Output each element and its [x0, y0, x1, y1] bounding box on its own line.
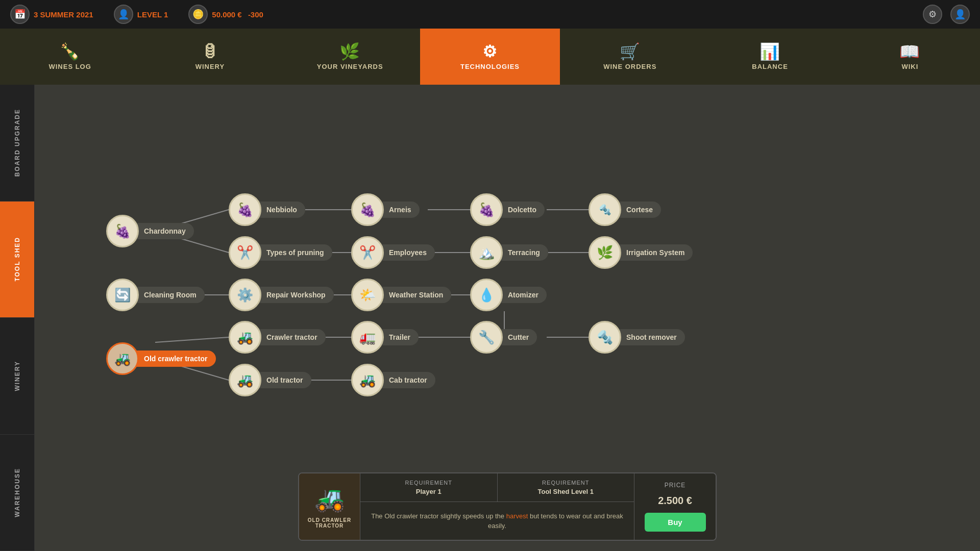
- node-terracing[interactable]: 🏔️ Terracing: [470, 236, 548, 269]
- desc-highlight: harvest: [506, 512, 528, 520]
- req1-title: Requirement: [371, 480, 487, 486]
- cleaning-room-icon: 🔄: [106, 279, 139, 311]
- node-trailer[interactable]: 🚛 Trailer: [351, 321, 419, 354]
- info-panel-image: 🚜 OLD CRAWLER TRACTOR: [299, 473, 360, 540]
- wine-orders-label: WINE ORDERS: [603, 63, 656, 70]
- tab-balance[interactable]: 📊 BALANCE: [700, 29, 840, 85]
- sidebar-item-warehouse[interactable]: WAREHOUSE: [0, 435, 34, 552]
- node-shoot-remover[interactable]: 🔩 Shoot remover: [589, 321, 685, 354]
- level-label: LEVEL 1: [137, 10, 168, 19]
- chardonnay-label: Chardonnay: [134, 223, 194, 239]
- node-arneis[interactable]: 🍇 Arneis: [351, 193, 420, 226]
- tab-winery[interactable]: 🛢 WINERY: [140, 29, 280, 85]
- sidebar-item-winery[interactable]: WINERY: [0, 318, 34, 435]
- calendar-icon: 📅: [10, 5, 30, 24]
- node-atomizer[interactable]: 💧 Atomizer: [470, 279, 547, 311]
- cleaning-room-label: Cleaning Room: [134, 287, 205, 303]
- node-cab-tractor[interactable]: 🚜 Cab tractor: [351, 364, 435, 396]
- terracing-icon: 🏔️: [470, 236, 503, 269]
- arneis-icon: 🍇: [351, 193, 384, 226]
- tab-vineyards[interactable]: 🌿 YOUR VINEYARDS: [280, 29, 420, 85]
- info-panel-description: The Old crawler tractor slightly speeds …: [360, 502, 634, 540]
- node-old-crawler-tractor[interactable]: 🚜 Old crawler tractor: [106, 342, 216, 375]
- terracing-label: Terracing: [498, 244, 548, 261]
- wines-log-icon: 🍾: [60, 43, 81, 60]
- pruning-icon: ✂️: [229, 236, 261, 269]
- cutter-label: Cutter: [498, 329, 537, 345]
- balance-info: 🪙 50.000 € -300: [188, 5, 263, 24]
- sidebar-item-tool-shed[interactable]: TOOL SHED: [0, 202, 34, 318]
- old-tractor-icon: 🚜: [229, 364, 261, 396]
- node-cortese[interactable]: 🔩 Cortese: [589, 193, 661, 226]
- board-upgrade-label: BOARD UPGRADE: [14, 109, 21, 177]
- info-panel-price: Price 2.500 € Buy: [634, 473, 716, 540]
- req1-value: Player 1: [371, 488, 487, 495]
- wiki-icon: 📖: [899, 43, 920, 60]
- profile-menu-icon[interactable]: 👤: [950, 5, 970, 24]
- info-panel-middle: Requirement Player 1 Requirement Tool Sh…: [360, 473, 634, 540]
- weather-station-label: Weather Station: [379, 287, 451, 303]
- node-chardonnay[interactable]: 🍇 Chardonnay: [106, 215, 194, 247]
- tab-wines-log[interactable]: 🍾 WINES LOG: [0, 29, 140, 85]
- wines-log-label: WINES LOG: [48, 63, 91, 70]
- info-panel-requirements: Requirement Player 1 Requirement Tool Sh…: [360, 473, 634, 502]
- trailer-icon: 🚛: [351, 321, 384, 354]
- node-irrigation[interactable]: 🌿 Irrigation System: [589, 236, 693, 269]
- cutter-icon: 🔧: [470, 321, 503, 354]
- tab-technologies[interactable]: ⚙ TECHNOLOGIES: [420, 29, 560, 85]
- cab-tractor-label: Cab tractor: [379, 372, 435, 388]
- chardonnay-icon: 🍇: [106, 215, 139, 247]
- tech-tree-area: 🍇 Chardonnay 🍇 Nebbiolo 🍇 Arneis 🍇 Dolce…: [35, 85, 980, 551]
- season-info: 📅 3 SUMMER 2021: [10, 5, 93, 24]
- tab-wine-orders[interactable]: 🛒 WINE ORDERS: [560, 29, 700, 85]
- weather-station-icon: 🌤️: [351, 279, 384, 311]
- pruning-label: Types of pruning: [256, 244, 332, 261]
- balance-icon: 📊: [760, 43, 780, 60]
- old-tractor-label: Old tractor: [256, 372, 311, 388]
- repair-workshop-label: Repair Workshop: [256, 287, 334, 303]
- nebbiolo-icon: 🍇: [229, 193, 261, 226]
- buy-button[interactable]: Buy: [645, 513, 706, 532]
- req2-value: Tool Shed Level 1: [508, 488, 624, 495]
- req-col-1: Requirement Player 1: [360, 473, 498, 502]
- cortese-icon: 🔩: [589, 193, 621, 226]
- node-old-tractor[interactable]: 🚜 Old tractor: [229, 364, 311, 396]
- cab-tractor-icon: 🚜: [351, 364, 384, 396]
- node-cutter[interactable]: 🔧 Cutter: [470, 321, 537, 354]
- vineyards-icon: 🌿: [339, 43, 360, 60]
- winery-icon: 🛢: [202, 43, 218, 60]
- node-cleaning-room[interactable]: 🔄 Cleaning Room: [106, 279, 205, 311]
- dolcetto-label: Dolcetto: [498, 202, 545, 218]
- irrigation-label: Irrigation System: [616, 244, 693, 261]
- req-col-2: Requirement Tool Shed Level 1: [498, 473, 634, 502]
- crawler-tractor-label: Crawler tractor: [256, 329, 326, 345]
- node-crawler-tractor[interactable]: 🚜 Crawler tractor: [229, 321, 326, 354]
- shoot-remover-label: Shoot remover: [616, 329, 685, 345]
- price-title: Price: [665, 482, 686, 489]
- shoot-remover-icon: 🔩: [589, 321, 621, 354]
- sidebar-item-board-upgrade[interactable]: BOARD UPGRADE: [0, 85, 34, 202]
- vineyards-label: YOUR VINEYARDS: [317, 63, 383, 70]
- node-employees[interactable]: ✂️ Employees: [351, 236, 435, 269]
- node-dolcetto[interactable]: 🍇 Dolcetto: [470, 193, 545, 226]
- atomizer-label: Atomizer: [498, 287, 547, 303]
- left-sidebar: BOARD UPGRADE TOOL SHED WINERY WAREHOUSE: [0, 85, 35, 551]
- node-weather-station[interactable]: 🌤️ Weather Station: [351, 279, 451, 311]
- technologies-icon: ⚙: [482, 43, 498, 60]
- node-nebbiolo[interactable]: 🍇 Nebbiolo: [229, 193, 305, 226]
- warehouse-label: WAREHOUSE: [14, 468, 21, 517]
- desc-text: The Old crawler tractor slightly speeds …: [371, 511, 624, 531]
- price-value: 2.500 €: [658, 495, 692, 507]
- node-types-of-pruning[interactable]: ✂️ Types of pruning: [229, 236, 332, 269]
- technologies-label: TECHNOLOGIES: [460, 63, 520, 70]
- node-repair-workshop[interactable]: ⚙️ Repair Workshop: [229, 279, 334, 311]
- season-label: 3 SUMMER 2021: [34, 10, 93, 19]
- level-info: 👤 LEVEL 1: [114, 5, 168, 24]
- employees-label: Employees: [379, 244, 435, 261]
- main-content: BOARD UPGRADE TOOL SHED WINERY WAREHOUSE: [0, 85, 980, 551]
- winery-label: WINERY: [195, 63, 225, 70]
- svg-line-13: [155, 337, 229, 342]
- balance-label: 50.000 € -300: [212, 10, 263, 19]
- settings-icon[interactable]: ⚙: [923, 5, 942, 24]
- tab-wiki[interactable]: 📖 WIKI: [840, 29, 980, 85]
